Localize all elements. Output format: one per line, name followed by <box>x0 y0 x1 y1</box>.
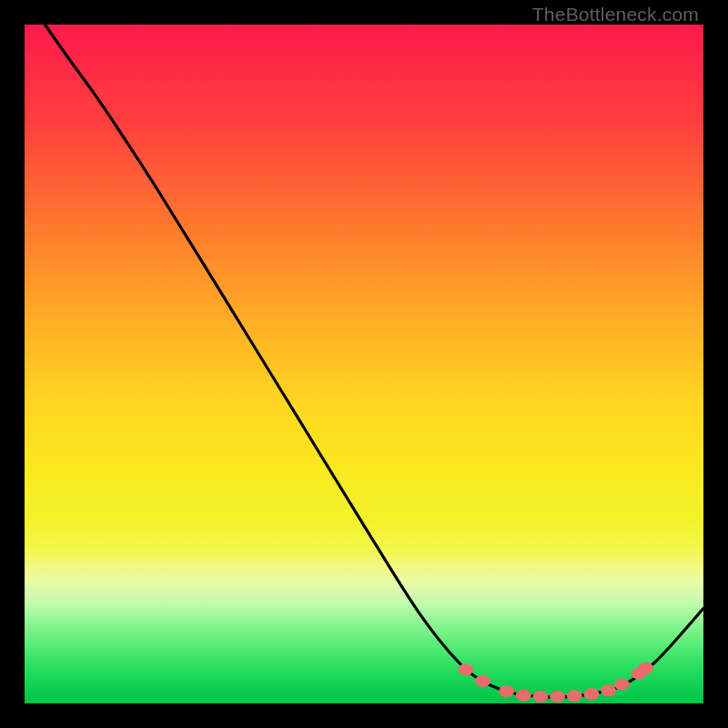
chart-frame: TheBottleneck.com <box>0 0 728 728</box>
plot-area <box>25 25 703 703</box>
watermark-text: TheBottleneck.com <box>532 4 699 25</box>
